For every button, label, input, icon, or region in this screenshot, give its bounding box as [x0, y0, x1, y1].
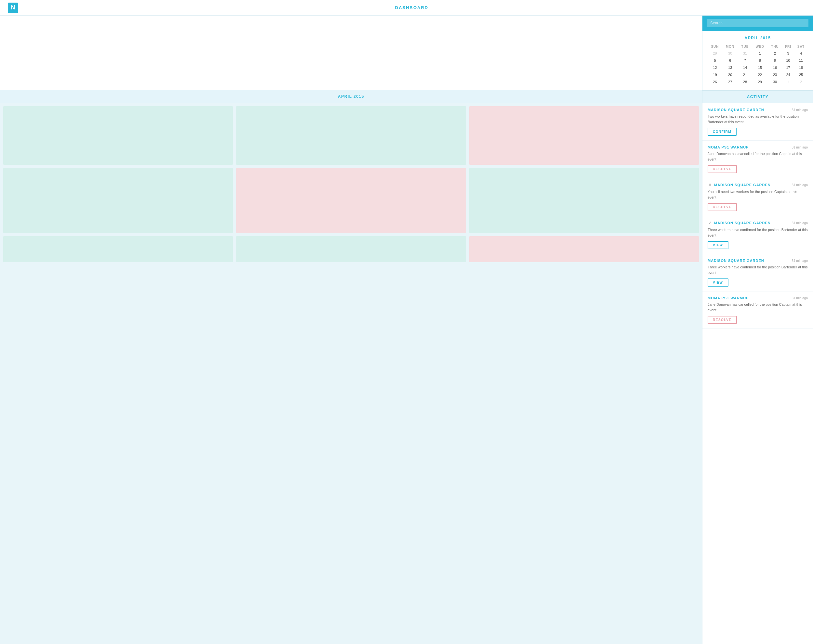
grid-row-1 — [3, 106, 699, 165]
venue-name: MOMA PS1 WARMUP — [708, 145, 749, 149]
venue-name: MADISON SQUARE GARDEN — [714, 221, 771, 225]
resolve-button[interactable]: RESOLVE — [708, 165, 737, 173]
grid-row-3 — [3, 236, 699, 262]
grid-row-2 — [3, 168, 699, 233]
activity-venue: ✕ MADISON SQUARE GARDEN — [708, 183, 771, 187]
cal-day-cell[interactable]: 11 — [794, 57, 808, 64]
x-icon: ✕ — [708, 183, 712, 187]
activity-item: MADISON SQUARE GARDEN 31 min ago Two wor… — [703, 103, 813, 141]
activity-item-header: MADISON SQUARE GARDEN 31 min ago — [708, 108, 808, 112]
calendar-table: SUNMONTUEWEDTHUFRISAT 293031123456789101… — [708, 44, 808, 86]
view-button[interactable]: VIEW — [708, 278, 729, 287]
cal-week-row: 19202122232425 — [708, 71, 808, 78]
activity-description: Two workers have responded as available … — [708, 114, 808, 124]
grid-cell-1-1[interactable] — [3, 106, 233, 165]
activity-item: MOMA PS1 WARMUP 31 min ago Jane Donovan … — [703, 141, 813, 178]
logo: N — [8, 3, 18, 13]
activity-time: 31 min ago — [792, 183, 808, 187]
calendar-grid-area — [0, 103, 702, 644]
grid-cell-3-1[interactable] — [3, 236, 233, 262]
cal-day-cell[interactable]: 22 — [752, 71, 768, 78]
logo-letter: N — [11, 4, 15, 11]
grid-cell-2-1[interactable] — [3, 168, 233, 233]
cal-day-cell[interactable]: 7 — [738, 57, 752, 64]
cal-day-cell[interactable]: 13 — [722, 64, 738, 71]
search-input[interactable] — [707, 19, 808, 27]
cal-day-cell[interactable]: 17 — [782, 64, 794, 71]
cal-week-row: 567891011 — [708, 57, 808, 64]
activity-item: ✓ MADISON SQUARE GARDEN 31 min ago Three… — [703, 216, 813, 254]
activity-time: 31 min ago — [792, 259, 808, 263]
cal-day-header: THU — [768, 44, 782, 50]
cal-day-cell[interactable]: 21 — [738, 71, 752, 78]
cal-day-cell[interactable]: 29 — [752, 78, 768, 86]
activity-item-header: MADISON SQUARE GARDEN 31 min ago — [708, 259, 808, 263]
activity-time: 31 min ago — [792, 145, 808, 149]
main-layout: APRIL 2015 — [0, 15, 813, 644]
cal-day-cell[interactable]: 30 — [722, 50, 738, 57]
cal-day-cell[interactable]: 14 — [738, 64, 752, 71]
cal-day-cell[interactable]: 2 — [794, 78, 808, 86]
activity-time: 31 min ago — [792, 108, 808, 112]
activity-item: ✕ MADISON SQUARE GARDEN 31 min ago You s… — [703, 178, 813, 216]
resolve-button[interactable]: RESOLVE — [708, 203, 737, 211]
cal-day-cell[interactable]: 6 — [722, 57, 738, 64]
activity-description: You still need two workers for the posit… — [708, 189, 808, 200]
grid-cell-2-2[interactable] — [236, 168, 466, 233]
cal-day-header: WED — [752, 44, 768, 50]
cal-day-cell[interactable]: 30 — [768, 78, 782, 86]
grid-cell-1-2[interactable] — [236, 106, 466, 165]
venue-name: MADISON SQUARE GARDEN — [714, 183, 771, 187]
cal-day-cell[interactable]: 31 — [738, 50, 752, 57]
cal-day-cell[interactable]: 5 — [708, 57, 722, 64]
cal-day-header: SAT — [794, 44, 808, 50]
main-content: APRIL 2015 — [0, 15, 703, 644]
activity-item-header: MOMA PS1 WARMUP 31 min ago — [708, 145, 808, 149]
activity-venue: MADISON SQUARE GARDEN — [708, 108, 764, 112]
grid-cell-3-2[interactable] — [236, 236, 466, 262]
venue-name: MADISON SQUARE GARDEN — [708, 259, 764, 263]
cal-day-cell[interactable]: 28 — [738, 78, 752, 86]
activity-venue: MOMA PS1 WARMUP — [708, 296, 749, 300]
grid-cell-2-3[interactable] — [469, 168, 699, 233]
view-button[interactable]: VIEW — [708, 241, 729, 249]
cal-day-cell[interactable]: 15 — [752, 64, 768, 71]
activity-time: 31 min ago — [792, 296, 808, 300]
cal-day-cell[interactable]: 19 — [708, 71, 722, 78]
calendar-title: APRIL 2015 — [708, 36, 808, 40]
cal-day-cell[interactable]: 1 — [782, 78, 794, 86]
cal-day-cell[interactable]: 26 — [708, 78, 722, 86]
activity-list: MADISON SQUARE GARDEN 31 min ago Two wor… — [703, 103, 813, 644]
resolve-button[interactable]: RESOLVE — [708, 316, 737, 324]
main-top-area — [0, 15, 702, 90]
activity-item: MOMA PS1 WARMUP 31 min ago Jane Donovan … — [703, 291, 813, 329]
cal-day-cell[interactable]: 12 — [708, 64, 722, 71]
cal-day-cell[interactable]: 9 — [768, 57, 782, 64]
activity-description: Three workers have confirmed for the pos… — [708, 265, 808, 275]
top-nav: N DASHBOARD — [0, 0, 813, 15]
cal-day-cell[interactable]: 8 — [752, 57, 768, 64]
venue-name: MOMA PS1 WARMUP — [708, 296, 749, 300]
check-icon: ✓ — [708, 220, 712, 225]
cal-day-cell[interactable]: 25 — [794, 71, 808, 78]
grid-cell-3-3[interactable] — [469, 236, 699, 262]
cal-day-cell[interactable]: 4 — [794, 50, 808, 57]
confirm-button[interactable]: CONFIRM — [708, 128, 736, 136]
cal-day-cell[interactable]: 16 — [768, 64, 782, 71]
cal-day-cell[interactable]: 20 — [722, 71, 738, 78]
cal-day-cell[interactable]: 18 — [794, 64, 808, 71]
right-sidebar: APRIL 2015 SUNMONTUEWEDTHUFRISAT 2930311… — [703, 15, 813, 644]
calendar-section: APRIL 2015 SUNMONTUEWEDTHUFRISAT 2930311… — [703, 31, 813, 90]
cal-day-cell[interactable]: 1 — [752, 50, 768, 57]
grid-cell-1-3[interactable] — [469, 106, 699, 165]
cal-day-cell[interactable]: 24 — [782, 71, 794, 78]
cal-day-cell[interactable]: 2 — [768, 50, 782, 57]
cal-day-cell[interactable]: 27 — [722, 78, 738, 86]
cal-day-cell[interactable]: 10 — [782, 57, 794, 64]
activity-time: 31 min ago — [792, 221, 808, 225]
cal-day-header: SUN — [708, 44, 722, 50]
cal-day-cell[interactable]: 29 — [708, 50, 722, 57]
activity-venue: ✓ MADISON SQUARE GARDEN — [708, 220, 771, 225]
cal-day-cell[interactable]: 3 — [782, 50, 794, 57]
cal-day-cell[interactable]: 23 — [768, 71, 782, 78]
